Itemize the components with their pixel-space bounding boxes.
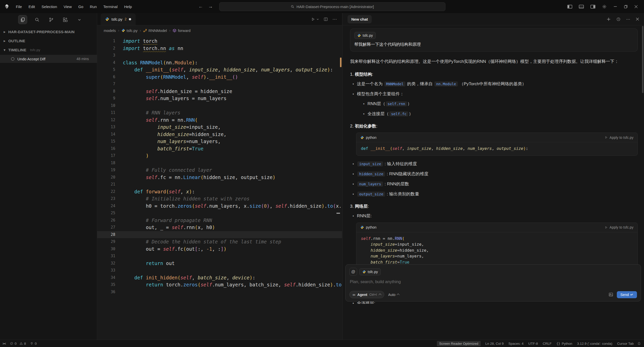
chat-scrollbar-thumb[interactable] xyxy=(642,26,643,93)
code-line[interactable]: 7 xyxy=(97,80,342,88)
code-line[interactable]: 11 # RNN layers xyxy=(97,109,342,116)
menu-help[interactable]: Help xyxy=(121,3,135,10)
run-button[interactable] xyxy=(311,17,319,21)
code-line[interactable]: 36 xyxy=(97,288,342,296)
source-control-icon[interactable] xyxy=(47,15,55,24)
extensions-icon[interactable] xyxy=(61,15,69,24)
breadcrumb-file[interactable]: tsfc.py xyxy=(122,28,137,33)
code-line[interactable]: 26 # Forward propagate RNN xyxy=(97,217,342,224)
agent-mode-selector[interactable]: ∞ Agent Ctrl+I xyxy=(349,291,384,298)
code-line[interactable]: 14 hidden_size=hidden_size, xyxy=(97,131,342,138)
back-button[interactable]: ← xyxy=(198,4,203,9)
code-line[interactable]: 17 ) xyxy=(97,152,342,159)
code-line[interactable]: 21 xyxy=(97,181,342,188)
status-item[interactable]: UTF-8 xyxy=(528,342,538,345)
section-timeline[interactable]: ▾ TIMELINE tsfc.py xyxy=(0,45,97,54)
chat-more-icon[interactable]: ⋯ xyxy=(626,17,630,22)
toggle-left-sidebar-icon[interactable] xyxy=(567,5,572,9)
code-line[interactable]: 35 return torch.zeros(self.num_layers, b… xyxy=(97,281,342,288)
status-item[interactable]: Spaces: 4 xyxy=(508,342,523,345)
search-panel-icon[interactable] xyxy=(33,15,41,24)
send-button[interactable]: Send↵ xyxy=(617,291,637,298)
apply-button[interactable]: Apply to tsfc.py xyxy=(604,225,633,229)
status-item[interactable]: Ln 28, Col 9 xyxy=(485,342,504,345)
status-item[interactable]: Cursor Tab xyxy=(617,342,634,345)
breadcrumb-class[interactable]: RNNModel xyxy=(143,28,167,33)
code-line[interactable]: 6 super(RNNModel, self).__init__() xyxy=(97,73,342,81)
more-actions-icon[interactable]: ⋯ xyxy=(332,17,337,22)
more-views-chevron-icon[interactable] xyxy=(75,15,84,24)
section-workspace[interactable]: ▸ HAR-DATASET-PREPROCESS-MAIN xyxy=(0,27,97,36)
problems-indicator[interactable]: 0 8 xyxy=(10,342,26,345)
menu-edit[interactable]: Edit xyxy=(26,3,38,10)
code-line[interactable]: 15 num_layers=num_layers, xyxy=(97,138,342,145)
chat-close-icon[interactable] xyxy=(636,17,639,21)
breadcrumb-folder[interactable]: models xyxy=(104,28,116,33)
chat-tab-new-chat[interactable]: New chat xyxy=(348,15,372,23)
code-line[interactable]: 32 return out xyxy=(97,260,342,267)
status-item[interactable]: {}Python xyxy=(556,342,572,345)
code-line[interactable]: 4class RNNModel(nn.Module): xyxy=(97,59,342,66)
restore-button[interactable] xyxy=(624,5,628,9)
tab-tsfc-py[interactable]: tsfc.py 2 xyxy=(101,13,136,25)
breadcrumb-method[interactable]: forward xyxy=(173,28,191,33)
menu-file[interactable]: File xyxy=(13,3,25,10)
code-line[interactable]: 5 def __init__(self, input_size, hidden_… xyxy=(97,66,342,73)
code-line[interactable]: 2import torch.nn as nn xyxy=(97,45,342,52)
minimize-button[interactable] xyxy=(613,5,617,9)
code-line[interactable]: 20 self.fc = nn.Linear(hidden_size, outp… xyxy=(97,174,342,181)
command-search-box[interactable]: HAR-Dataset-Preprocess-main [Administrat… xyxy=(219,2,445,11)
code-line[interactable]: 10 xyxy=(97,102,342,109)
code-line[interactable]: 9 self.num_layers = num_layers xyxy=(97,95,342,102)
menu-selection[interactable]: Selection xyxy=(39,3,60,10)
code-line[interactable]: 3 xyxy=(97,52,342,59)
section-outline[interactable]: ▸ OUTLINE xyxy=(0,36,97,45)
code-line[interactable]: 29 # Decode the hidden state of the last… xyxy=(97,238,342,245)
code-line[interactable]: 34 def init_hidden(self, batch_size, dev… xyxy=(97,274,342,281)
code-line[interactable]: 28 xyxy=(97,231,342,238)
code-line[interactable]: 12 self.rnn = nn.RNN( xyxy=(97,116,342,124)
menu-terminal[interactable]: Terminal xyxy=(101,3,121,10)
code-line[interactable]: 24 h0 = torch.zeros(self.num_layers, x.s… xyxy=(97,202,342,210)
menu-view[interactable]: View xyxy=(61,3,74,10)
ports-indicator[interactable]: 0 xyxy=(30,342,37,345)
apply-button[interactable]: Apply to tsfc.py xyxy=(604,136,633,140)
code-line[interactable]: 31 xyxy=(97,252,342,260)
code-line[interactable]: 1import torch xyxy=(97,37,342,45)
chat-input-box[interactable]: @ tsfc.py ∞ Agent Ctrl+I Auto xyxy=(345,264,641,301)
code-line[interactable]: 13 input_size=input_size, xyxy=(97,123,342,131)
mention-button[interactable]: @ xyxy=(349,268,357,276)
status-item[interactable]: 3.12.9 ('.conda': conda) xyxy=(577,342,612,345)
code-line[interactable]: 27 out, _ = self.rnn(x, h0) xyxy=(97,224,342,231)
code-line[interactable]: 22 def forward(self, x): xyxy=(97,188,342,195)
close-window-button[interactable] xyxy=(634,5,638,9)
status-item[interactable]: CRLF xyxy=(543,342,552,345)
split-editor-icon[interactable] xyxy=(324,17,328,21)
menu-go[interactable]: Go xyxy=(75,3,86,10)
chat-text-input[interactable] xyxy=(349,279,626,284)
attached-file-chip[interactable]: tsfc.py xyxy=(354,32,376,39)
menu-run[interactable]: Run xyxy=(87,3,100,10)
explorer-icon[interactable] xyxy=(18,15,27,24)
context-file-chip[interactable]: tsfc.py xyxy=(359,268,381,275)
code-line[interactable]: 18 xyxy=(97,159,342,167)
chat-history-icon[interactable] xyxy=(616,17,621,21)
new-chat-plus-icon[interactable] xyxy=(607,17,611,21)
notifications-bell-icon[interactable] xyxy=(637,342,644,345)
forward-button[interactable]: → xyxy=(208,4,213,9)
code-editor[interactable]: 1import torch2import torch.nn as nn34cla… xyxy=(97,35,342,342)
settings-gear-icon[interactable] xyxy=(602,4,607,9)
model-selector[interactable]: Auto xyxy=(388,293,399,297)
status-item[interactable]: Screen Reader Optimized xyxy=(437,341,480,346)
attach-image-icon[interactable] xyxy=(609,292,613,297)
remote-indicator-icon[interactable]: >< xyxy=(3,342,6,345)
code-line[interactable]: 8 self.hidden_size = hidden_size xyxy=(97,88,342,95)
code-line[interactable]: 30 out = self.fc(out[:, -1, :]) xyxy=(97,245,342,253)
timeline-entry[interactable]: Undo Accept Diff 48 mins xyxy=(0,55,97,63)
code-line[interactable]: 25 xyxy=(97,209,342,217)
code-line[interactable]: 23 # Initialize hidden state with zeros xyxy=(97,195,342,202)
code-line[interactable]: 33 xyxy=(97,267,342,274)
code-line[interactable]: 19 # Fully connected layer xyxy=(97,166,342,174)
unsaved-dot-icon[interactable] xyxy=(129,18,131,20)
code-line[interactable]: 16 batch_first=True xyxy=(97,145,342,152)
